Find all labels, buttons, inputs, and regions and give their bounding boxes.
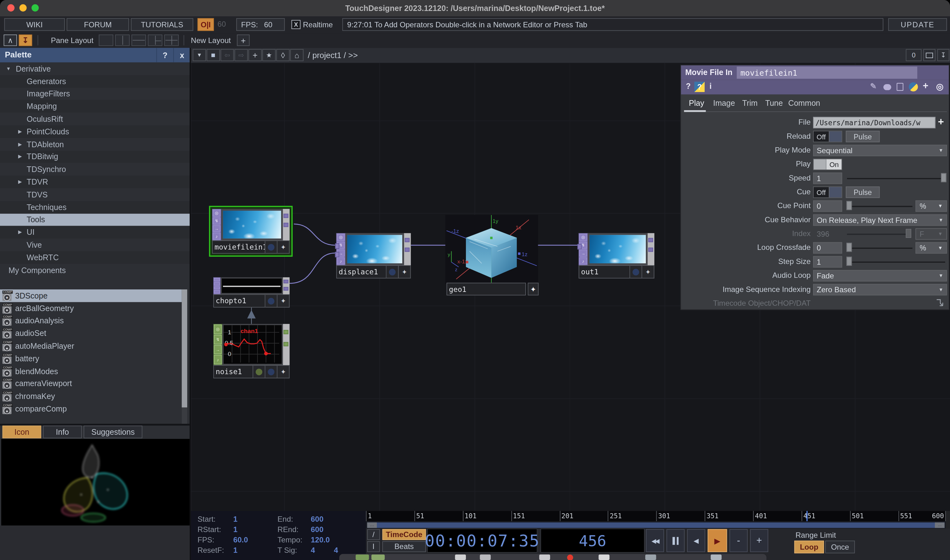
resetf-value[interactable]: 1 xyxy=(233,546,237,555)
palette-component-cameraviewport[interactable]: COMP◆cameraViewport xyxy=(0,378,182,390)
node-geo1-viewport[interactable]: 1y 1x -1z 1z x-1x y z xyxy=(445,215,538,284)
status-message-field[interactable]: 9:27:01 To Add Operators Double-click in… xyxy=(342,18,884,31)
comment-icon[interactable] xyxy=(884,84,891,90)
dock-app-icon[interactable] xyxy=(356,555,369,560)
decrement-frame-button[interactable]: - xyxy=(729,529,748,552)
once-button[interactable]: Once xyxy=(825,540,855,554)
rend-value[interactable]: 600 xyxy=(311,525,323,534)
loop-crossfade-value-field[interactable]: 0 xyxy=(813,242,842,254)
node-thumbnail[interactable] xyxy=(221,209,283,240)
play-button[interactable]: ▶ xyxy=(708,529,727,552)
dock-app-icon[interactable] xyxy=(645,555,656,560)
maximize-pane-icon[interactable]: ∧ xyxy=(4,35,17,46)
help-icon[interactable]: ? xyxy=(686,82,691,91)
tab-common[interactable]: Common xyxy=(788,98,820,108)
cue-toggle[interactable]: Off xyxy=(813,186,842,198)
step-size-slider-track[interactable] xyxy=(847,261,945,262)
geo-expand-icon[interactable]: ✦ xyxy=(528,283,539,296)
output-connector[interactable] xyxy=(405,238,409,242)
stop-icon[interactable]: ■ xyxy=(207,49,220,61)
dock-app-icon[interactable] xyxy=(711,555,722,560)
play-toggle[interactable]: On xyxy=(813,158,842,170)
rstart-value[interactable]: 1 xyxy=(233,525,237,534)
tempo-value[interactable]: 120.0 xyxy=(311,536,330,544)
palette-component-audioset[interactable]: COMP◆audioSet xyxy=(0,327,182,340)
timeline-range-bar[interactable]: ... ... xyxy=(366,521,946,528)
dock-app-icon[interactable] xyxy=(455,555,466,560)
output-connector[interactable] xyxy=(648,248,653,252)
output-connector[interactable] xyxy=(284,330,288,334)
output-connector[interactable] xyxy=(284,223,288,227)
python-mode-icon[interactable] xyxy=(909,82,918,91)
floating-window-icon[interactable] xyxy=(923,49,936,61)
dock-app-icon[interactable] xyxy=(371,555,384,560)
palette-tree-item-tdsynchro[interactable]: TDSynchro xyxy=(0,163,190,176)
input-connector[interactable] xyxy=(577,244,582,249)
chevron-right-icon[interactable]: ▶ xyxy=(18,129,22,134)
image-sequence-indexing-dropdown[interactable]: Zero Based▼ xyxy=(813,284,947,295)
output-connector[interactable] xyxy=(648,238,653,242)
input-connector[interactable] xyxy=(335,252,339,257)
file-browse-icon[interactable]: + xyxy=(938,116,944,128)
loop-crossfade-slider-handle[interactable] xyxy=(846,243,852,252)
dock-app-icon[interactable] xyxy=(598,555,609,560)
speed-value-field[interactable]: 1 xyxy=(813,173,842,184)
file-path-input[interactable]: /Users/marina/Downloads/w xyxy=(813,117,936,128)
pane-type-dropdown-icon[interactable]: ▼ xyxy=(193,49,206,61)
loop-crossfade-unit-dropdown[interactable]: %▼ xyxy=(915,242,947,254)
palette-header[interactable]: Palette ? x xyxy=(0,48,190,62)
dock-app-icon[interactable] xyxy=(480,555,491,560)
back-icon[interactable]: ⇦ xyxy=(221,49,234,61)
timeline-playhead[interactable] xyxy=(807,511,808,522)
node-name[interactable]: chopto1 xyxy=(213,294,265,307)
palette-tree-item-tdbitwig[interactable]: ▶TDBitwig xyxy=(0,150,190,163)
palette-tree-item-tdableton[interactable]: ▶TDAbleton xyxy=(0,138,190,150)
node-color-dot[interactable] xyxy=(253,365,265,378)
new-layout-add-button[interactable]: + xyxy=(237,35,250,46)
chevron-right-icon[interactable]: ▶ xyxy=(18,229,22,235)
node-star-icon[interactable]: ✦ xyxy=(278,294,290,307)
input-connector[interactable] xyxy=(335,243,339,249)
node-name[interactable]: out1 xyxy=(579,265,630,278)
wiki-button[interactable]: WIKI xyxy=(4,18,65,31)
tab-tune[interactable]: Tune xyxy=(765,98,783,108)
cue-point-slider-handle[interactable] xyxy=(846,201,852,210)
tutorials-button[interactable]: TUTORIALS xyxy=(131,18,194,31)
chevron-right-icon[interactable]: ▶ xyxy=(18,179,22,185)
start-value[interactable]: 1 xyxy=(233,515,237,524)
tab-icon[interactable]: Icon xyxy=(3,426,41,438)
palette-tree-item-tdvs[interactable]: TDVS xyxy=(0,188,190,201)
node-geo1-namebar[interactable]: geo1 xyxy=(446,283,526,296)
node-flag-strip[interactable]: ◎ ↯ → ♪ xyxy=(212,209,221,240)
node-star-icon[interactable]: ✦ xyxy=(278,240,290,254)
reload-toggle[interactable]: Off xyxy=(813,131,842,143)
node-displace1[interactable]: ◎ ↯ → ♪ displace1 ✦ xyxy=(336,233,410,278)
audio-loop-dropdown[interactable]: Fade▼ xyxy=(813,270,947,282)
info-icon[interactable]: i xyxy=(709,82,712,91)
palette-tree-item-tdvr[interactable]: ▶TDVR xyxy=(0,176,190,188)
layout-single-button[interactable] xyxy=(99,35,113,46)
step-back-button[interactable]: ◀ xyxy=(687,529,705,552)
message-counter[interactable]: 0 xyxy=(906,49,921,61)
bookmark-star-icon[interactable]: ★ xyxy=(262,49,276,61)
palette-component-arcballgeometry[interactable]: COMP◆arcBallGeometry xyxy=(0,302,182,315)
node-name[interactable]: geo1 xyxy=(446,283,526,296)
loop-button[interactable]: Loop xyxy=(794,540,824,554)
step-size-slider-handle[interactable] xyxy=(846,257,852,266)
palette-tree-item-vive[interactable]: Vive xyxy=(0,238,190,251)
speed-slider-track[interactable] xyxy=(847,178,943,179)
palette-component-comparecomp[interactable]: COMP◆compareComp xyxy=(0,403,182,415)
node-star-icon[interactable]: ✦ xyxy=(642,265,654,278)
palette-tree-item-tools[interactable]: Tools xyxy=(0,214,190,226)
network-path-breadcrumb[interactable]: / project1 / >> xyxy=(308,51,358,60)
palette-tree-item-derivative[interactable]: ▼Derivative xyxy=(0,63,190,75)
speed-slider-handle[interactable] xyxy=(941,173,946,182)
palette-tree-item-generators[interactable]: Generators xyxy=(0,75,190,88)
forum-button[interactable]: FORUM xyxy=(66,18,129,31)
home-icon[interactable]: ⌂ xyxy=(290,49,304,61)
node-thumbnail[interactable] xyxy=(588,233,648,265)
add-parameter-page-icon[interactable]: + xyxy=(923,80,928,91)
add-operator-icon[interactable]: + xyxy=(248,49,262,61)
palette-tree-item-mapping[interactable]: Mapping xyxy=(0,100,190,113)
palette-tree-item-ui[interactable]: ▶UI xyxy=(0,226,190,238)
